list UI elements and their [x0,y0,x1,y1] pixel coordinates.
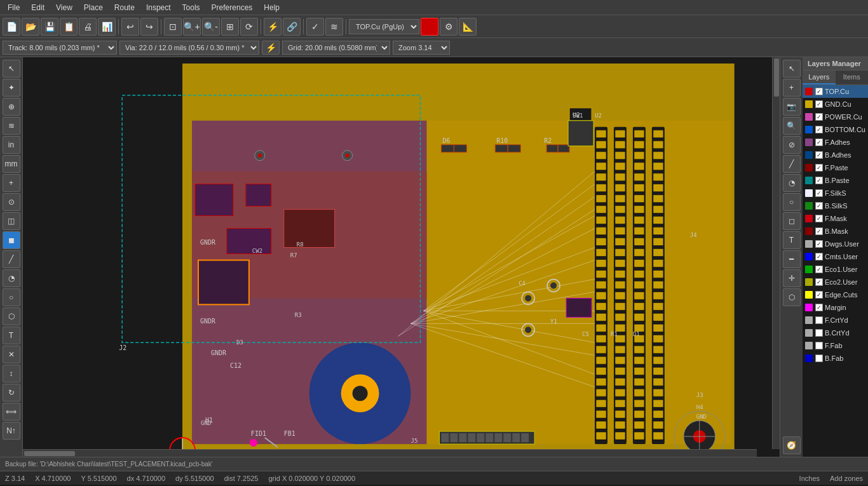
inspect-right[interactable]: 🔍 [783,117,801,135]
add-polygon-tool[interactable]: ⬡ [3,307,20,325]
add-zone-tool[interactable]: ◫ [3,212,20,230]
layer-visibility-check[interactable]: ✓ [815,189,823,197]
vertical-scroll-thumb[interactable] [774,58,779,97]
mirror-tool[interactable]: ⟺ [3,403,20,421]
layer-visibility-check[interactable] [815,354,823,362]
highlight-net-button[interactable]: ⚡ [264,18,281,36]
layer-color-button[interactable] [421,18,438,36]
add-footprint-tool[interactable]: + [3,174,20,192]
layer-visibility-check[interactable]: ✓ [815,113,823,121]
horizontal-scrollbar[interactable] [23,449,757,457]
text-right[interactable]: T [783,231,801,249]
layer-item-gnd-cu[interactable]: ✓GND.Cu [803,98,868,111]
menu-view[interactable]: View [51,2,78,13]
layer-visibility-check[interactable]: ✓ [815,304,823,311]
layer-visibility-check[interactable]: ✓ [815,278,823,286]
layer-visibility-check[interactable]: ✓ [815,227,823,235]
layer-visibility-check[interactable]: ✓ [815,138,823,146]
photo-right[interactable]: 📷 [783,98,801,116]
plot-button[interactable]: 📊 [98,18,116,36]
layer-item-eco2-user[interactable]: ✓Eco2.User [803,276,868,288]
pcb-view[interactable]: H1 FID1 FB1 J2 C12 GNDR GNDR GNDR [23,57,780,457]
layer-visibility-check[interactable]: ✓ [815,100,823,108]
point-tool[interactable]: ✦ [3,79,20,97]
layer-visibility-check[interactable] [815,316,823,324]
menu-edit[interactable]: Edit [26,2,50,13]
add-component-right[interactable]: + [783,79,801,97]
menu-inspect[interactable]: Inspect [141,2,176,13]
menu-route[interactable]: Route [109,2,140,13]
layer-item-f-mask[interactable]: ✓F.Mask [803,212,868,225]
add-line-tool[interactable]: ╱ [3,250,20,268]
layer-item-b-mask[interactable]: ✓B.Mask [803,225,868,238]
layer-item-b-paste[interactable]: ✓B.Paste [803,174,868,187]
layer-item-f-adhes[interactable]: ✓F.Adhes [803,136,868,149]
line-right[interactable]: ━ [783,250,801,268]
layer-visibility-check[interactable] [815,329,823,337]
grid-select[interactable]: Grid: 20.00 mils (0.5080 mm) [282,41,390,55]
menu-tools[interactable]: Tools [177,2,205,13]
layer-item-f-crtyd[interactable]: F.CrtYd [803,314,868,327]
layer-visibility-check[interactable]: ✓ [815,266,823,273]
layer-visibility-check[interactable]: ✓ [815,240,823,248]
layer-item-f-silks[interactable]: ✓F.SilkS [803,187,868,199]
layer-visibility-check[interactable] [815,342,823,349]
net-inspector-button[interactable]: 🔗 [283,18,301,36]
layer-item-bottom-cu[interactable]: ✓BOTTOM.Cu [803,123,868,136]
vertical-scrollbar[interactable] [772,57,780,449]
flip-tool[interactable]: ↕ [3,365,20,382]
delete-tool[interactable]: ✕ [3,346,20,363]
track-select[interactable]: Track: 8.00 mils (0.203 mm) * [3,41,117,55]
layer-item-b-silks[interactable]: ✓B.SilkS [803,199,868,212]
refresh-button[interactable]: ⟳ [240,18,258,36]
select-tool[interactable]: ↖ [3,60,20,78]
layer-visibility-check[interactable]: ✓ [815,88,823,95]
drc-right[interactable]: ⊘ [783,136,801,154]
menu-file[interactable]: File [3,2,25,13]
layer-item-f-paste[interactable]: ✓F.Paste [803,161,868,174]
menu-help[interactable]: Help [259,2,285,13]
layer-visibility-check[interactable]: ✓ [815,151,823,159]
layer-item-f-fab[interactable]: F.Fab [803,339,868,352]
redo-button[interactable]: ↪ [140,18,158,36]
route-tool[interactable]: ⊕ [3,98,20,116]
via-select[interactable]: Via: 22.0 / 12.0 mils (0.56 / 0.30 mm) * [119,41,259,55]
via-right[interactable]: ○ [783,193,801,211]
page-settings-button[interactable]: 📋 [60,18,78,36]
zoom-out-button[interactable]: 🔍- [202,18,220,36]
layer-item-cmts-user[interactable]: ✓Cmts.User [803,250,868,263]
layer-item-b-crtyd[interactable]: B.CrtYd [803,327,868,339]
layer-item-top-cu[interactable]: ✓TOP.Cu [803,85,868,98]
save-button[interactable]: 💾 [41,18,58,36]
layer-visibility-check[interactable]: ✓ [815,253,823,260]
add-circle-tool[interactable]: ○ [3,288,20,306]
layer-visibility-check[interactable]: ✓ [815,215,823,222]
zoom-select[interactable]: Zoom 3.14 [393,41,450,55]
layer-item-eco1-user[interactable]: ✓Eco1.User [803,263,868,276]
tab-items[interactable]: Items [836,71,868,84]
polygon-right[interactable]: ⬡ [783,288,801,306]
zoom-area-button[interactable]: ⊞ [221,18,239,36]
zoom-fit-button[interactable]: ⊡ [164,18,182,36]
zoom-in-button[interactable]: 🔍+ [183,18,201,36]
drc-button[interactable]: ✓ [306,18,324,36]
settings-button[interactable]: ⚙ [440,18,458,36]
layer-item-b-fab[interactable]: B.Fab [803,352,868,365]
layer-item-dwgs-user[interactable]: ✓Dwgs.User [803,238,868,250]
add-arc-tool[interactable]: ◔ [3,269,20,287]
route-right[interactable]: ╱ [783,155,801,173]
undo-button[interactable]: ↩ [121,18,139,36]
cursor-tool-right[interactable]: ↖ [783,60,801,78]
layer-visibility-check[interactable]: ✓ [815,202,823,210]
layer-visibility-check[interactable]: ✓ [815,291,823,299]
layer-item-margin[interactable]: ✓Margin [803,301,868,314]
layer-item-b-adhes[interactable]: ✓B.Adhes [803,149,868,161]
interactive-router-button[interactable]: ⚡ [262,41,280,55]
add-filled-zone-tool[interactable]: ◼ [3,231,20,249]
design-rules-button[interactable]: 📐 [459,18,477,36]
menu-place[interactable]: Place [79,2,108,13]
measure-tool[interactable]: in [3,136,20,154]
open-button[interactable]: 📂 [22,18,39,36]
layer-visibility-check[interactable]: ✓ [815,164,823,172]
horizontal-scroll-thumb[interactable] [24,451,75,456]
